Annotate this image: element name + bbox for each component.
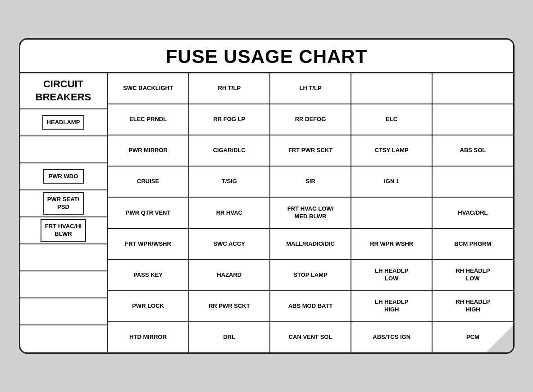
- cell-3-3: IGN 1: [351, 167, 433, 197]
- cell-4-4: HVAC/DRL: [433, 198, 513, 228]
- cell-4-0: PWR QTR VENT: [108, 198, 189, 228]
- cell-7-0: PWR LOCK: [108, 291, 189, 321]
- grid-row-6: PASS KEY HAZARD STOP LAMP LH HEADLPLOW R…: [108, 260, 513, 291]
- left-item-empty1: [20, 136, 107, 163]
- cell-6-4: RH HEADLPLOW: [433, 260, 513, 290]
- cell-8-2: CAN VENT SOL: [270, 322, 351, 352]
- cell-0-0: SWC BACKLIGHT: [108, 73, 189, 104]
- right-column: SWC BACKLIGHT RH T/LP LH T/LP ELEC PRNDL…: [108, 73, 513, 352]
- cell-6-0: PASS KEY: [108, 260, 189, 290]
- cell-4-1: RR HVAC: [189, 198, 270, 228]
- circuit-breakers-header: CIRCUITBREAKERS: [20, 73, 107, 109]
- cell-6-3: LH HEADLPLOW: [351, 260, 433, 290]
- chart-title: FUSE USAGE CHART: [20, 40, 513, 73]
- left-item-empty4: [20, 298, 107, 325]
- grid-row-3: CRUISE T/SIG SIR IGN 1: [108, 167, 513, 198]
- cell-5-3: RR WPR WSHR: [351, 229, 433, 259]
- cell-2-4: ABS SOL: [433, 135, 513, 166]
- cell-5-0: FRT WPR/WSHR: [108, 229, 189, 259]
- left-item-empty5: [20, 325, 107, 352]
- left-item-empty3: [20, 271, 107, 298]
- cell-0-2: LH T/LP: [270, 73, 351, 104]
- cell-8-3: ABS/TCS IGN: [351, 322, 433, 352]
- cell-4-3: [351, 198, 433, 228]
- grid-row-2: PWR MIRROR CIGAR/DLC FRT PWR SCKT CTSY L…: [108, 135, 513, 167]
- pwrseat-box: PWR SEAT/PSD: [43, 192, 84, 215]
- frthvac-box: FRT HVAC/HIBLWR: [41, 219, 86, 242]
- cell-2-3: CTSY LAMP: [351, 135, 433, 166]
- grid-row-4: PWR QTR VENT RR HVAC FRT HVAC LOW/MED BL…: [108, 198, 513, 229]
- cell-3-0: CRUISE: [108, 167, 189, 197]
- cell-2-0: PWR MIRROR: [108, 135, 189, 166]
- cell-7-2: ABS MOD BATT: [270, 291, 351, 321]
- cell-5-1: SWC ACCY: [189, 229, 270, 259]
- fuse-chart: FUSE USAGE CHART CIRCUITBREAKERS HEADLAM…: [19, 38, 515, 354]
- cell-1-2: RR DEFOG: [270, 104, 351, 135]
- cell-0-3: [351, 73, 433, 104]
- grid-row-7: PWR LOCK RR PWR SCKT ABS MOD BATT LH HEA…: [108, 291, 513, 322]
- cell-3-1: T/SIG: [189, 167, 270, 197]
- cell-6-2: STOP LAMP: [270, 260, 351, 290]
- grid-row-1: ELEC PRNDL RR FOG LP RR DEFOG ELC: [108, 104, 513, 135]
- cell-7-1: RR PWR SCKT: [189, 291, 270, 321]
- chart-body: CIRCUITBREAKERS HEADLAMP PWR WDO PWR SEA…: [20, 73, 513, 352]
- left-item-frthvac: FRT HVAC/HIBLWR: [20, 217, 107, 244]
- cell-5-2: MALL/RADIO/DIC: [270, 229, 351, 259]
- cell-8-1: DRL: [189, 322, 270, 352]
- cell-1-0: ELEC PRNDL: [108, 104, 189, 135]
- cell-0-1: RH T/LP: [189, 73, 270, 104]
- cell-2-1: CIGAR/DLC: [189, 135, 270, 166]
- headlamp-box: HEADLAMP: [42, 115, 85, 130]
- left-column: CIRCUITBREAKERS HEADLAMP PWR WDO PWR SEA…: [20, 73, 108, 352]
- left-item-pwrseat: PWR SEAT/PSD: [20, 190, 107, 217]
- grid-row-8: HTD MIRROR DRL CAN VENT SOL ABS/TCS IGN …: [108, 322, 513, 352]
- cell-3-2: SIR: [270, 167, 351, 197]
- cell-6-1: HAZARD: [189, 260, 270, 290]
- cell-1-4: [433, 104, 513, 135]
- cell-4-2: FRT HVAC LOW/MED BLWR: [270, 198, 351, 228]
- pwrwdo-box: PWR WDO: [43, 169, 84, 184]
- cell-5-4: BCM PRGRM: [433, 229, 513, 259]
- cell-2-2: FRT PWR SCKT: [270, 135, 351, 166]
- left-item-headlamp: HEADLAMP: [20, 109, 107, 136]
- grid-row-0: SWC BACKLIGHT RH T/LP LH T/LP: [108, 73, 513, 104]
- cell-8-0: HTD MIRROR: [108, 322, 189, 352]
- cell-3-4: [433, 167, 513, 197]
- grid-row-5: FRT WPR/WSHR SWC ACCY MALL/RADIO/DIC RR …: [108, 229, 513, 260]
- cell-1-1: RR FOG LP: [189, 104, 270, 135]
- cell-7-3: LH HEADLPHIGH: [351, 291, 433, 321]
- cell-0-4: [433, 73, 513, 104]
- cell-7-4: RH HEADLPHIGH: [433, 291, 513, 321]
- cell-1-3: ELC: [351, 104, 433, 135]
- left-item-pwrwdo: PWR WDO: [20, 163, 107, 190]
- left-item-empty2: [20, 244, 107, 271]
